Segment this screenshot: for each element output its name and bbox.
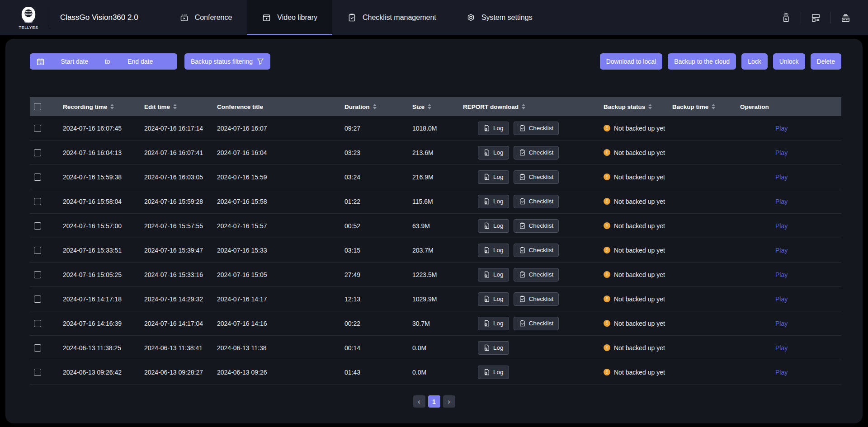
checklist-button[interactable]: Checklist [514, 146, 559, 160]
start-date-placeholder[interactable]: Start date [44, 58, 105, 65]
row-checkbox[interactable] [34, 125, 41, 132]
play-link[interactable]: Play [775, 149, 788, 156]
play-link[interactable]: Play [775, 247, 788, 254]
play-link[interactable]: Play [775, 198, 788, 205]
select-all-checkbox[interactable] [34, 103, 41, 110]
backup-status-filter-button[interactable]: Backup status filtering [184, 53, 270, 70]
log-button[interactable]: Log [478, 146, 509, 160]
lock-button[interactable]: Lock [741, 53, 768, 70]
log-button[interactable]: Log [478, 366, 509, 379]
play-link[interactable]: Play [775, 174, 788, 181]
log-button[interactable]: Log [478, 292, 509, 306]
warning-icon: ! [604, 222, 610, 229]
log-button[interactable]: Log [478, 317, 509, 330]
row-checkbox[interactable] [34, 344, 41, 352]
log-button[interactable]: Log [478, 170, 509, 184]
tab-video-library[interactable]: Video library [247, 0, 332, 35]
row-checkbox[interactable] [34, 174, 41, 181]
sort-icon[interactable] [373, 104, 377, 109]
conference-title-value: 2024-06-13 11:38 [217, 344, 267, 352]
duration-value: 01:43 [344, 369, 360, 376]
sort-icon[interactable] [173, 104, 177, 109]
row-checkbox[interactable] [34, 320, 41, 327]
tab-checklist-management[interactable]: Checklist management [332, 0, 451, 35]
size-value: 0.0M [412, 344, 426, 352]
sort-icon[interactable] [522, 104, 525, 109]
screen-cast-icon[interactable] [781, 13, 791, 23]
next-page-button[interactable]: › [443, 395, 455, 408]
sort-icon[interactable] [712, 104, 715, 109]
prev-page-button[interactable]: ‹ [413, 395, 425, 408]
log-button-label: Log [493, 149, 504, 156]
column-header: Operation [740, 103, 841, 110]
checklist-button[interactable]: Checklist [514, 122, 559, 135]
checklist-small-icon [519, 222, 526, 229]
row-checkbox[interactable] [34, 271, 41, 278]
row-checkbox[interactable] [34, 296, 41, 303]
log-button[interactable]: Log [478, 122, 509, 135]
checklist-button[interactable]: Checklist [514, 219, 559, 233]
log-button[interactable]: Log [478, 341, 509, 355]
edit-time-value: 2024-07-16 16:17:14 [144, 125, 203, 132]
log-button[interactable]: Log [478, 244, 509, 257]
sort-icon[interactable] [110, 104, 114, 109]
tab-conference[interactable]: Conference [165, 0, 247, 35]
nav-right-tools [781, 12, 868, 23]
recorder-device-icon[interactable] [840, 13, 851, 23]
play-link[interactable]: Play [775, 320, 788, 327]
play-link[interactable]: Play [775, 271, 788, 278]
checklist-board-icon [347, 13, 357, 23]
logo-text: TELLYES [19, 25, 38, 30]
table-row: 2024-07-16 16:07:45 2024-07-16 16:17:14 … [30, 116, 841, 141]
row-checkbox[interactable] [34, 149, 41, 156]
recording-time-value: 2024-07-16 15:05:25 [63, 271, 122, 278]
log-button[interactable]: Log [478, 195, 509, 208]
play-link[interactable]: Play [775, 369, 788, 376]
page-number-current[interactable]: 1 [428, 395, 440, 408]
conference-title-value: 2024-07-16 15:33 [217, 247, 267, 254]
conference-title-value: 2024-07-16 14:17 [217, 296, 267, 303]
column-header-label: Size [412, 103, 425, 110]
play-link[interactable]: Play [775, 125, 788, 132]
checklist-button[interactable]: Checklist [514, 292, 559, 306]
log-button[interactable]: Log [478, 219, 509, 233]
tab-label: Video library [277, 14, 317, 22]
sort-icon[interactable] [428, 104, 431, 109]
checklist-button[interactable]: Checklist [514, 268, 559, 282]
row-checkbox[interactable] [34, 369, 41, 376]
delete-button[interactable]: Delete [811, 53, 841, 70]
checklist-button-label: Checklist [529, 296, 554, 302]
row-checkbox[interactable] [34, 198, 41, 205]
checklist-button[interactable]: Checklist [514, 244, 559, 257]
download-to-local-button[interactable]: Download to local [600, 53, 663, 70]
play-link[interactable]: Play [775, 344, 788, 352]
funnel-icon [257, 58, 264, 65]
layout-panels-icon[interactable] [811, 13, 821, 23]
duration-value: 00:52 [344, 222, 360, 230]
recording-time-value: 2024-06-13 09:26:42 [63, 369, 122, 376]
backup-status-text: Not backed up yet [614, 222, 665, 230]
checklist-button[interactable]: Checklist [514, 195, 559, 208]
unlock-button[interactable]: Unlock [773, 53, 805, 70]
tab-system-settings[interactable]: System settings [451, 0, 547, 35]
row-checkbox[interactable] [34, 247, 41, 254]
play-link[interactable]: Play [775, 222, 788, 230]
column-header: Conference title [217, 103, 344, 110]
edit-time-value: 2024-07-16 14:17:04 [144, 320, 203, 327]
checklist-button[interactable]: Checklist [514, 317, 559, 330]
edit-time-value: 2024-07-16 16:03:05 [144, 174, 203, 181]
log-button[interactable]: Log [478, 268, 509, 282]
play-link[interactable]: Play [775, 296, 788, 303]
sort-icon[interactable] [648, 104, 652, 109]
row-checkbox[interactable] [34, 222, 41, 230]
table-header: Recording timeEdit timeConference titleD… [30, 97, 841, 116]
edit-time-value: 2024-07-16 16:07:41 [144, 149, 203, 156]
checklist-button[interactable]: Checklist [514, 170, 559, 184]
backup-to-the-cloud-button[interactable]: Backup to the cloud [668, 53, 736, 70]
log-file-icon [483, 149, 490, 156]
date-range-picker[interactable]: Start date to End date [30, 53, 177, 70]
end-date-placeholder[interactable]: End date [110, 58, 170, 65]
calendar-icon [37, 58, 44, 66]
backup-status-text: Not backed up yet [614, 125, 665, 132]
tab-label: Conference [195, 14, 232, 22]
